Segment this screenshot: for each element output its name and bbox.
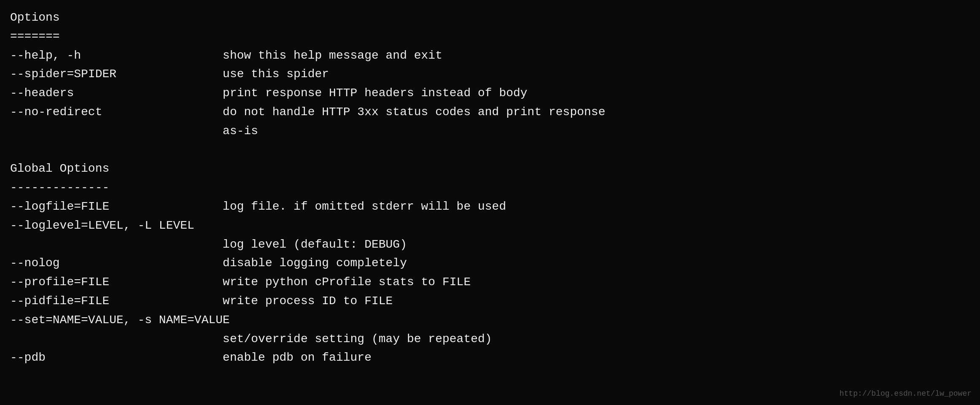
watermark-text: http://blog.esdn.net/lw_power: [840, 388, 972, 400]
terminal-output: Options ======= --help, -h show this hel…: [10, 8, 970, 367]
